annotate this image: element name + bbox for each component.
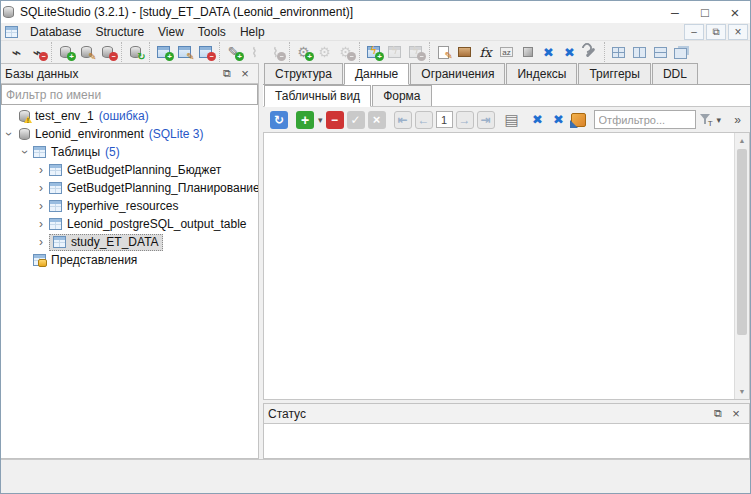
disconnect-database-icon[interactable] bbox=[27, 42, 48, 62]
tab-Триггеры[interactable]: Триггеры bbox=[578, 63, 651, 84]
add-function-icon[interactable] bbox=[293, 42, 314, 62]
tree-expander-icon[interactable]: › bbox=[33, 181, 49, 195]
layout-cascade-icon[interactable] bbox=[671, 42, 692, 62]
ddl-history-icon[interactable] bbox=[454, 42, 475, 62]
tree-item-test_env_1[interactable]: test_env_1(ошибка) bbox=[1, 107, 258, 125]
fit-columns-icon[interactable] bbox=[529, 111, 547, 129]
page-number-box[interactable]: 1 bbox=[436, 111, 453, 128]
window-maximize-button[interactable] bbox=[690, 1, 720, 23]
mdi-minimize-button[interactable] bbox=[684, 24, 704, 40]
filter-funnel-icon[interactable] bbox=[699, 112, 713, 128]
toolbar-group bbox=[3, 42, 51, 62]
panel-float-icon[interactable] bbox=[218, 66, 236, 82]
tree-item-study_ET_DATA[interactable]: ›study_ET_DATA bbox=[1, 233, 258, 251]
tab-DDL[interactable]: DDL bbox=[652, 63, 698, 84]
tree-expander-icon[interactable]: › bbox=[33, 163, 49, 177]
mdi-close-button[interactable] bbox=[728, 24, 748, 40]
insert-row-icon-dropdown-icon[interactable]: ▾ bbox=[318, 115, 323, 125]
total-rows-icon[interactable] bbox=[571, 113, 586, 127]
collation-editor-icon[interactable] bbox=[496, 42, 517, 62]
tree-expander-icon[interactable]: › bbox=[2, 126, 16, 142]
add-link-icon[interactable] bbox=[223, 42, 244, 62]
layout-columns-icon[interactable] bbox=[629, 42, 650, 62]
fit-rows-icon[interactable] bbox=[550, 111, 568, 129]
rollback-icon[interactable] bbox=[368, 111, 386, 129]
window-close-button[interactable] bbox=[720, 1, 750, 23]
window-minimize-button[interactable] bbox=[660, 1, 690, 23]
databases-panel: Базы данных test_env_1(ошибка)›Leonid_en… bbox=[1, 63, 259, 459]
menu-database[interactable]: Database bbox=[23, 24, 88, 40]
commit-icon[interactable] bbox=[347, 111, 365, 129]
tree-expander-icon[interactable]: › bbox=[18, 144, 32, 160]
layout-grid-icon[interactable] bbox=[608, 42, 629, 62]
tree-item-Leonid_postgreSQL_output_table[interactable]: ›Leonid_postgreSQL_output_table bbox=[1, 215, 258, 233]
remove-function-icon[interactable] bbox=[335, 42, 356, 62]
tab-Данные[interactable]: Данные bbox=[344, 63, 409, 85]
scrollbar-thumb[interactable] bbox=[737, 149, 747, 335]
refresh-schemas-icon[interactable] bbox=[125, 42, 146, 62]
filter-input[interactable] bbox=[594, 110, 696, 129]
tree-item-hyperhive_resources[interactable]: ›hyperhive_resources bbox=[1, 197, 258, 215]
last-page-icon[interactable] bbox=[477, 111, 495, 129]
tree-expander-icon[interactable]: › bbox=[33, 199, 49, 213]
tree-item-Представления[interactable]: Представления bbox=[1, 251, 258, 269]
delete-row-icon[interactable] bbox=[326, 111, 344, 129]
new-table-window-icon[interactable] bbox=[153, 42, 174, 62]
menu-help[interactable]: Help bbox=[233, 24, 272, 40]
edit-function-icon[interactable] bbox=[314, 42, 335, 62]
new-script-window-icon[interactable] bbox=[363, 42, 384, 62]
edit-script-window-icon[interactable] bbox=[384, 42, 405, 62]
status-close-icon[interactable] bbox=[727, 406, 745, 422]
menu-view[interactable]: View bbox=[151, 24, 191, 40]
scroll-up-icon[interactable]: ▲ bbox=[735, 133, 749, 148]
prev-page-icon[interactable] bbox=[415, 111, 433, 129]
tree-item-GetBudgetPlanning_Планированиебюджета[interactable]: ›GetBudgetPlanning_Планированиебюджета bbox=[1, 179, 258, 197]
tree-expander-icon[interactable]: › bbox=[33, 235, 49, 249]
tree-item-Таблицы[interactable]: ›Таблицы(5) bbox=[1, 143, 258, 161]
grid-vertical-scrollbar[interactable]: ▲ ▼ bbox=[734, 133, 749, 399]
function-editor-icon[interactable] bbox=[475, 42, 496, 62]
detach-icon[interactable] bbox=[265, 42, 286, 62]
tab-Ограничения[interactable]: Ограничения bbox=[410, 63, 505, 84]
open-sql-editor-icon[interactable] bbox=[433, 42, 454, 62]
tile-windows-2-icon[interactable] bbox=[559, 42, 580, 62]
tile-windows-icon[interactable] bbox=[538, 42, 559, 62]
mdi-restore-button[interactable] bbox=[706, 24, 726, 40]
toolbar-overflow-icon[interactable]: » bbox=[728, 113, 747, 127]
connect-database-icon[interactable] bbox=[6, 42, 27, 62]
layout-rows-icon[interactable] bbox=[650, 42, 671, 62]
tab-Индексы[interactable]: Индексы bbox=[506, 63, 577, 84]
scroll-down-icon[interactable]: ▼ bbox=[735, 384, 749, 399]
remove-script-window-icon[interactable] bbox=[405, 42, 426, 62]
edit-table-window-icon[interactable] bbox=[174, 42, 195, 62]
panel-close-icon[interactable] bbox=[236, 66, 254, 82]
tree-item-label: Leonid_environment bbox=[35, 127, 144, 141]
edit-database-icon[interactable] bbox=[76, 42, 97, 62]
remove-database-icon[interactable] bbox=[97, 42, 118, 62]
extension-manager-icon[interactable] bbox=[517, 42, 538, 62]
configuration-icon[interactable] bbox=[580, 42, 601, 62]
subtab-Табличный вид[interactable]: Табличный вид bbox=[264, 85, 371, 107]
subtab-Форма[interactable]: Форма bbox=[372, 85, 431, 106]
title-bar: SQLiteStudio (3.2.1) - [study_ET_DATA (L… bbox=[1, 1, 750, 23]
tree-expander-icon[interactable]: › bbox=[33, 217, 49, 231]
remove-table-window-icon[interactable] bbox=[195, 42, 216, 62]
next-page-icon[interactable] bbox=[456, 111, 474, 129]
insert-row-icon[interactable] bbox=[296, 111, 314, 129]
menu-tools[interactable]: Tools bbox=[191, 24, 233, 40]
attach-icon[interactable] bbox=[244, 42, 265, 62]
refresh-data-icon[interactable] bbox=[270, 111, 288, 129]
menu-structure[interactable]: Structure bbox=[88, 24, 151, 40]
tree-item-Leonid_environment[interactable]: ›Leonid_environment(SQLite 3) bbox=[1, 125, 258, 143]
print-icon[interactable] bbox=[503, 111, 521, 129]
status-float-icon[interactable] bbox=[709, 406, 727, 422]
data-toolbar-group bbox=[525, 111, 590, 129]
tab-Структура[interactable]: Структура bbox=[264, 63, 343, 84]
add-database-icon[interactable] bbox=[55, 42, 76, 62]
plus-badge bbox=[165, 52, 174, 61]
tree-item-GetBudgetPlanning_Бюджет[interactable]: ›GetBudgetPlanning_Бюджет bbox=[1, 161, 258, 179]
first-page-icon[interactable] bbox=[394, 111, 412, 129]
table-icon bbox=[49, 200, 62, 212]
database-filter-input[interactable] bbox=[1, 84, 258, 105]
filter-dropdown-icon[interactable]: ▾ bbox=[717, 115, 722, 125]
